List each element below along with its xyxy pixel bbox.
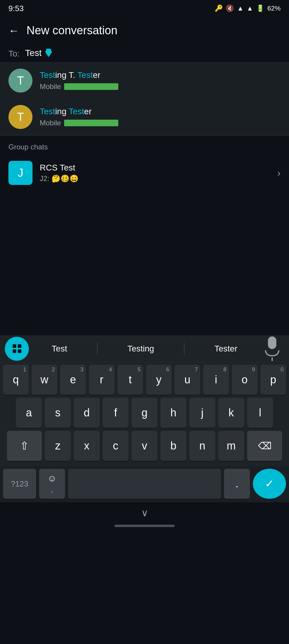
key-x[interactable]: x [74,431,100,461]
suggestions-bar: Test Testing Tester [0,335,289,362]
key-s[interactable]: s [45,398,71,428]
key-q[interactable]: 1q [3,365,29,395]
mute-icon: 🔇 [226,5,234,12]
contact-info: Testing Tester Mobile [40,107,281,127]
signal-icon: ▲ [247,5,253,12]
collapse-bar: ∨ [0,502,289,521]
contact-item[interactable]: T Testing Tester Mobile [0,99,289,135]
suggestion-word[interactable]: Test [46,344,73,354]
name-match-2: Test [69,107,84,116]
key-r[interactable]: 4r [89,365,114,395]
key-g[interactable]: g [132,398,157,428]
to-field: To: Test [0,43,289,63]
contact-info: Testing T. Tester Mobile [40,70,281,91]
num123-key[interactable]: ?123 [3,469,36,499]
battery-percent: 62% [267,5,281,12]
group-name: RCS Test [40,163,277,173]
group-preview: J2: 🤔🥴😄 [40,174,277,183]
key-k[interactable]: k [218,398,244,428]
emoji-key[interactable]: ☺ , [39,469,65,499]
shift-key[interactable]: ⇧ [7,431,42,461]
key-z[interactable]: z [45,431,71,461]
key-a[interactable]: a [16,398,42,428]
key-i[interactable]: 8i [203,365,229,395]
key-c[interactable]: c [103,431,129,461]
group-avatar: J [8,161,33,185]
emoji-face-icon: ☺ [48,473,57,483]
period-key[interactable]: . [224,469,250,499]
collapse-keyboard-button[interactable]: ∨ [141,507,148,519]
suggestion-word[interactable]: Testing [121,344,160,354]
emoji-keyboard-button[interactable] [5,337,29,361]
key-v[interactable]: v [132,431,157,461]
page-title: New conversation [26,24,117,37]
key-row-2: a s d f g h j k l [3,398,286,428]
group-chats-section: Group chats J RCS Test J2: 🤔🥴😄 › [0,136,289,191]
key-p[interactable]: 0p [260,365,286,395]
contact-type: Mobile [40,119,61,127]
key-f[interactable]: f [103,398,129,428]
backspace-icon: ⌫ [258,440,272,452]
home-bar [114,525,175,527]
key-l[interactable]: l [247,398,273,428]
contact-name: Testing Tester [40,107,281,116]
name-match: Test [40,107,55,116]
key-icon: 🔑 [215,5,223,12]
key-e[interactable]: 3e [60,365,86,395]
phone-redacted [64,83,118,90]
contact-item[interactable]: T Testing T. Tester Mobile [0,63,289,99]
contact-sub: Mobile [40,119,281,127]
key-row-1: 1q 2w 3e 4r 5t 6y 7u 8i 9o 0p [3,365,286,395]
keyboard-bottom-row: ?123 ☺ , . ✓ [0,466,289,502]
name-match-2: Test [77,70,93,80]
key-b[interactable]: b [160,431,186,461]
key-m[interactable]: m [218,431,244,461]
group-item[interactable]: J RCS Test J2: 🤔🥴😄 › [0,155,289,191]
to-content[interactable]: Test [25,48,281,58]
contact-list: T Testing T. Tester Mobile T Testing Tes… [0,63,289,136]
shift-icon: ⇧ [20,440,29,452]
key-h[interactable]: h [160,398,186,428]
to-chip: Test [25,48,52,58]
key-y[interactable]: 6y [146,365,172,395]
key-row-3: ⇧ z x c v b n m ⌫ [3,431,286,461]
status-icons: 🔑 🔇 ▲ ▲ 🔋 62% [215,5,281,12]
key-w[interactable]: 2w [32,365,57,395]
key-j[interactable]: j [189,398,215,428]
avatar: T [8,69,33,93]
comma-label: , [51,485,53,494]
back-button[interactable]: ← [8,24,19,37]
cursor-drop [45,49,52,57]
home-indicator [0,521,289,532]
contact-name: Testing T. Tester [40,70,281,80]
battery-icon: 🔋 [256,5,264,12]
contact-type: Mobile [40,82,61,91]
key-n[interactable]: n [189,431,215,461]
to-label: To: [8,48,20,59]
key-o[interactable]: 9o [232,365,257,395]
suggestions-list: Test Testing Tester [34,343,255,355]
emoji-grid-icon [8,340,26,357]
backspace-key[interactable]: ⌫ [247,431,282,461]
name-match: Test [40,70,55,80]
section-header: Group chats [0,136,289,155]
chevron-right-icon: › [277,167,281,179]
keyboard-area: Test Testing Tester 1q 2w 3e 4r 5t 6y 7u… [0,335,289,502]
suggestion-divider [97,343,98,355]
avatar: T [8,105,33,129]
mic-button[interactable] [260,337,284,361]
space-key[interactable] [68,469,221,499]
status-time: 9:53 [8,4,24,13]
enter-key[interactable]: ✓ [253,469,286,499]
content-area [0,191,289,335]
contact-sub: Mobile [40,82,281,91]
phone-redacted [64,120,118,126]
key-d[interactable]: d [74,398,100,428]
key-t[interactable]: 5t [117,365,143,395]
key-u[interactable]: 7u [175,365,200,395]
suggestion-divider [184,343,185,355]
suggestion-word[interactable]: Tester [208,344,243,354]
keyboard-rows: 1q 2w 3e 4r 5t 6y 7u 8i 9o 0p a s d f g … [0,362,289,466]
status-bar: 9:53 🔑 🔇 ▲ ▲ 🔋 62% [0,0,289,17]
header: ← New conversation [0,17,289,43]
